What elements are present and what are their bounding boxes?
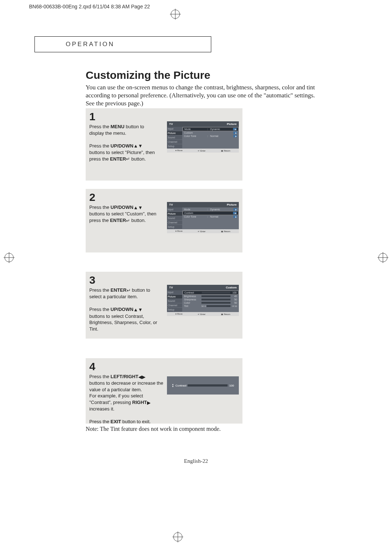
registration-mark	[4, 252, 15, 263]
section-header: OPERATION	[34, 36, 211, 52]
step-number: 1	[89, 110, 95, 123]
step-instruction: Press the LEFT/RIGHT◀▶ buttons to decrea…	[89, 373, 166, 425]
osd-menu-2: TVPicture Input Picture Sound Channel Se…	[167, 202, 239, 233]
step-2: 2 Press the UP/DOWN▲▼ buttons to select …	[86, 189, 242, 252]
osd-slider: ▲▼ Contrast 100	[167, 376, 239, 395]
osd-menu-1: TVPicture Input Picture Sound Channel Se…	[167, 121, 239, 153]
osd-tv-label: TV	[169, 122, 173, 126]
registration-mark	[172, 531, 183, 542]
page-number: English-22	[0, 458, 392, 464]
up-down-icon: ▲▼	[172, 383, 174, 388]
enter-icon: ↵	[126, 156, 130, 162]
osd-menu-3: TVCustom Input Picture Sound Channel Set…	[167, 285, 239, 316]
osd-picture-label: Picture	[227, 122, 237, 126]
slider-bar	[188, 384, 228, 387]
registration-mark	[377, 252, 388, 263]
step-1: 1 Press the MENU button to display the m…	[86, 108, 242, 181]
step-4: 4 Press the LEFT/RIGHT◀▶ buttons to decr…	[86, 358, 242, 424]
step-instruction: Press the ENTER↵ button to select a part…	[89, 287, 158, 332]
slider-label: Contrast	[175, 384, 186, 387]
up-down-icon: ▲▼	[133, 307, 143, 313]
left-right-icon: ◀▶	[138, 374, 146, 380]
step-instruction: Press the MENU button to display the men…	[89, 124, 158, 162]
up-down-icon: ▲▼	[133, 205, 143, 211]
print-header: BN68-00633B-00Eng 2.qxd 6/11/04 8:38 AM …	[29, 4, 150, 9]
osd-content: Mode:Dynamic▶ Custom▶ Color Tone:Normal▶	[182, 127, 239, 149]
intro-text: You can use the on-screen menus to chang…	[86, 84, 318, 108]
section-label: OPERATION	[66, 41, 115, 48]
step-instruction: Press the UP/DOWN▲▼ buttons to select "C…	[89, 204, 158, 224]
right-arrow-icon: ▶	[147, 400, 151, 406]
page-title: Customizing the Picture	[86, 69, 210, 81]
step-number: 2	[89, 191, 95, 203]
footnote: Note: The Tint feature does not work in …	[86, 426, 221, 432]
step-number: 3	[89, 274, 95, 286]
step-number: 4	[89, 360, 95, 373]
registration-mark	[170, 9, 181, 20]
enter-icon: ↵	[126, 218, 130, 224]
osd-sidebar: Input Picture Sound Channel Setup	[167, 127, 182, 149]
enter-icon: ↵	[127, 287, 131, 294]
up-down-icon: ▲▼	[133, 143, 143, 149]
step-3: 3 Press the ENTER↵ button to select a pa…	[86, 272, 242, 339]
slider-value: 100	[229, 384, 234, 387]
